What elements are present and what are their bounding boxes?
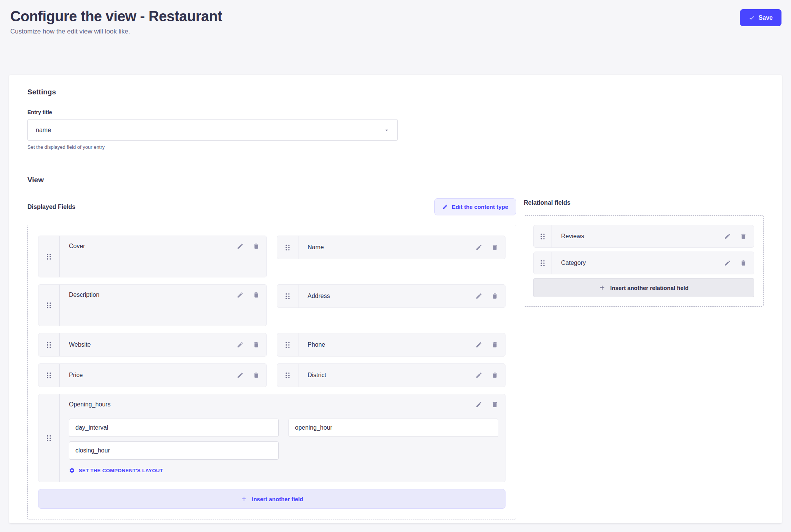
delete-field-icon[interactable] (491, 341, 498, 348)
insert-relational-field-button[interactable]: Insert another relational field (533, 278, 754, 297)
set-component-layout-label: SET THE COMPONENT'S LAYOUT (79, 468, 163, 473)
drag-handle-icon[interactable] (277, 285, 298, 307)
field-card-label: Address (308, 293, 330, 299)
component-subfield-day-interval[interactable]: day_interval (69, 419, 279, 437)
plus-icon (599, 284, 606, 291)
relational-card-label: Category (561, 260, 586, 266)
gear-icon (69, 467, 75, 473)
field-card-cover[interactable]: Cover (38, 236, 267, 277)
drag-handle-icon[interactable] (277, 333, 298, 356)
edit-field-icon[interactable] (475, 244, 482, 251)
drag-handle-icon[interactable] (534, 252, 552, 274)
entry-title-helper: Set the displayed field of your entry (27, 144, 764, 150)
field-card-opening-hours[interactable]: Opening_hours day_interval opening_hour … (38, 394, 506, 482)
displayed-fields-column: Displayed Fields Edit the content type C… (27, 198, 516, 519)
drag-handle-icon[interactable] (38, 285, 60, 326)
section-divider (27, 165, 764, 165)
save-button[interactable]: Save (740, 9, 781, 26)
field-card-label: Website (69, 341, 91, 348)
delete-field-icon[interactable] (253, 372, 260, 379)
edit-field-icon[interactable] (724, 260, 731, 266)
configuration-panel: Settings Entry title name Set the displa… (9, 75, 782, 523)
field-card-price[interactable]: Price (38, 363, 267, 387)
delete-field-icon[interactable] (491, 244, 498, 251)
edit-field-icon[interactable] (475, 372, 482, 379)
chevron-down-icon (384, 127, 390, 133)
entry-title-select-value: name (36, 127, 51, 134)
component-label: Opening_hours (69, 401, 110, 408)
drag-handle-icon[interactable] (38, 236, 60, 277)
insert-another-field-button[interactable]: Insert another field (38, 489, 506, 509)
field-card-description[interactable]: Description (38, 284, 267, 326)
set-component-layout-link[interactable]: SET THE COMPONENT'S LAYOUT (69, 467, 163, 473)
edit-field-icon[interactable] (475, 401, 482, 408)
edit-field-icon[interactable] (724, 233, 731, 240)
field-card-website[interactable]: Website (38, 333, 267, 357)
delete-field-icon[interactable] (253, 291, 260, 298)
field-card-phone[interactable]: Phone (277, 333, 506, 357)
plus-icon (240, 495, 248, 503)
drag-handle-icon[interactable] (534, 225, 552, 247)
insert-relational-field-label: Insert another relational field (610, 285, 689, 291)
field-card-label: Name (308, 244, 324, 251)
component-subfield-opening-hour[interactable]: opening_hour (289, 419, 498, 437)
check-icon (749, 15, 755, 21)
settings-heading: Settings (27, 88, 764, 96)
component-subfield-closing-hour[interactable]: closing_hour (69, 441, 279, 460)
edit-field-icon[interactable] (237, 243, 244, 250)
insert-another-field-label: Insert another field (252, 496, 303, 502)
delete-field-icon[interactable] (253, 243, 260, 250)
relational-fields-column: Relational fields Reviews (524, 198, 764, 307)
entry-title-label: Entry title (27, 109, 764, 115)
field-card-district[interactable]: District (277, 363, 506, 387)
field-card-label: Description (69, 291, 99, 298)
field-card-address[interactable]: Address (277, 284, 506, 308)
drag-handle-icon[interactable] (38, 394, 60, 482)
delete-field-icon[interactable] (740, 260, 747, 266)
field-card-label: Cover (69, 243, 85, 250)
relational-fields-heading: Relational fields (524, 199, 571, 206)
drag-handle-icon[interactable] (38, 364, 60, 387)
relational-card-category[interactable]: Category (533, 252, 754, 274)
delete-field-icon[interactable] (491, 372, 498, 379)
drag-handle-icon[interactable] (277, 364, 298, 387)
edit-content-type-button[interactable]: Edit the content type (434, 198, 516, 215)
edit-field-icon[interactable] (237, 372, 244, 379)
edit-field-icon[interactable] (475, 341, 482, 348)
field-card-name[interactable]: Name (277, 236, 506, 259)
page-header: Configure the view - Restaurant Customiz… (0, 0, 791, 35)
displayed-fields-dropzone: Cover Name (27, 225, 516, 519)
field-card-label: Phone (308, 341, 325, 348)
pencil-icon (442, 204, 448, 210)
page-subtitle: Customize how the edit view will look li… (10, 28, 781, 35)
relational-fields-dropzone: Reviews Category (524, 215, 764, 307)
drag-handle-icon[interactable] (38, 333, 60, 356)
delete-field-icon[interactable] (740, 233, 747, 240)
entry-title-select[interactable]: name (27, 119, 398, 141)
edit-field-icon[interactable] (475, 293, 482, 299)
view-heading: View (27, 176, 764, 184)
relational-card-reviews[interactable]: Reviews (533, 225, 754, 248)
field-card-label: Price (69, 372, 83, 379)
page-title: Configure the view - Restaurant (10, 8, 781, 25)
delete-field-icon[interactable] (491, 401, 498, 408)
save-button-label: Save (759, 14, 773, 21)
edit-content-type-label: Edit the content type (452, 204, 508, 210)
displayed-fields-label: Displayed Fields (27, 204, 75, 210)
edit-field-icon[interactable] (237, 291, 244, 298)
field-card-label: District (308, 372, 326, 379)
delete-field-icon[interactable] (491, 293, 498, 299)
drag-handle-icon[interactable] (277, 236, 298, 259)
relational-card-label: Reviews (561, 233, 584, 240)
edit-field-icon[interactable] (237, 341, 244, 348)
delete-field-icon[interactable] (253, 341, 260, 348)
